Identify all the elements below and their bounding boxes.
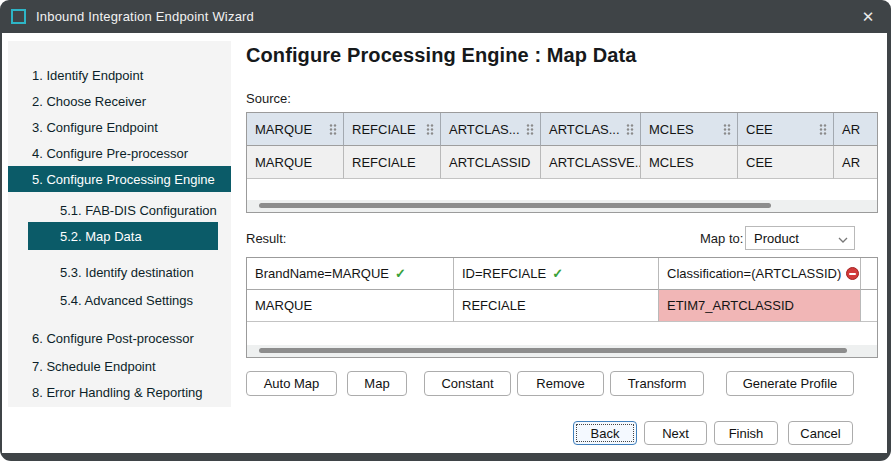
cell-value: MARQUE	[255, 298, 312, 313]
column-label: MARQUE	[255, 122, 325, 137]
sidebar-item-fab-dis-configuration[interactable]: 5.1. FAB-DIS Configuration	[8, 197, 231, 223]
wizard-window: Inbound Integration Endpoint Wizard ✕ 1.…	[0, 0, 891, 461]
cell-value: ARTCLASSVE...	[549, 155, 641, 170]
map-to-select[interactable]: Product	[745, 226, 855, 250]
column-label: ARTCLAS...	[449, 122, 522, 137]
cell-value: MARQUE	[255, 155, 312, 170]
sidebar-item-schedule-endpoint[interactable]: 7. Schedule Endpoint	[8, 353, 231, 379]
source-column-header-clipped[interactable]: AR	[834, 113, 878, 146]
check-icon: ✓	[395, 266, 406, 281]
cell-value: AR	[842, 155, 860, 170]
map-button[interactable]: Map	[347, 371, 407, 396]
sidebar-item-label: 5. Configure Processing Engine	[32, 172, 215, 187]
result-column-header[interactable]: Classification=(ARTCLASSID)	[659, 258, 861, 290]
sidebar-item-configure-post-processor[interactable]: 6. Configure Post-processor	[8, 325, 231, 351]
sidebar-item-choose-receiver[interactable]: 2. Choose Receiver	[8, 88, 231, 114]
sidebar-item-error-handling-reporting[interactable]: 8. Error Handling & Reporting	[8, 379, 231, 405]
column-menu-icon[interactable]	[723, 123, 731, 136]
source-cell[interactable]: ARTCLASSID	[441, 146, 541, 179]
result-horizontal-scrollbar[interactable]	[247, 345, 877, 357]
cancel-button[interactable]: Cancel	[788, 421, 853, 445]
result-table: BrandName=MARQUE✓ ID=REFCIALE✓ Classific…	[246, 257, 878, 358]
sidebar-item-label: 8. Error Handling & Reporting	[32, 385, 203, 400]
result-column-header[interactable]: ID=REFCIALE✓	[454, 258, 659, 290]
scrollbar-thumb[interactable]	[259, 203, 771, 208]
window-title: Inbound Integration Endpoint Wizard	[36, 9, 254, 24]
back-button[interactable]: Back	[573, 421, 637, 445]
sidebar-item-label: 7. Schedule Endpoint	[32, 359, 156, 374]
source-column-header[interactable]: ARTCLAS...	[441, 113, 541, 146]
dialog-body: 1. Identify Endpoint 2. Choose Receiver …	[2, 33, 887, 453]
sidebar-item-label: 6. Configure Post-processor	[32, 331, 194, 346]
app-icon	[11, 9, 26, 24]
next-button[interactable]: Next	[644, 421, 707, 445]
result-cell[interactable]: REFCIALE	[454, 290, 659, 322]
result-cell[interactable]: MARQUE	[247, 290, 454, 322]
column-label: ARTCLAS...	[549, 122, 622, 137]
sidebar-item-advanced-settings[interactable]: 5.4. Advanced Settings	[8, 287, 231, 313]
sidebar-item-map-data[interactable]: 5.2. Map Data	[28, 222, 218, 250]
check-icon: ✓	[552, 266, 563, 281]
source-label: Source:	[246, 91, 291, 106]
sidebar-item-configure-pre-processor[interactable]: 4. Configure Pre-processor	[8, 140, 231, 166]
sidebar-item-configure-processing-engine[interactable]: 5. Configure Processing Engine	[8, 166, 231, 192]
cell-value: REFCIALE	[352, 155, 416, 170]
auto-map-button[interactable]: Auto Map	[246, 371, 337, 396]
map-to-label: Map to:	[700, 231, 743, 246]
sidebar-item-label: 5.3. Identify destination	[60, 265, 194, 280]
source-table-header: MARQUE REFCIALE ARTCLAS... ARTCLAS... MC…	[247, 113, 877, 146]
source-column-header[interactable]: REFCIALE	[344, 113, 441, 146]
finish-button[interactable]: Finish	[714, 421, 778, 445]
source-horizontal-scrollbar[interactable]	[247, 200, 877, 212]
mapping-label: BrandName=MARQUE	[255, 266, 389, 281]
wizard-steps-sidebar: 1. Identify Endpoint 2. Choose Receiver …	[8, 41, 231, 407]
cell-value: REFCIALE	[462, 298, 526, 313]
sidebar-item-label: 3. Configure Endpoint	[32, 120, 158, 135]
source-table-row[interactable]: MARQUE REFCIALE ARTCLASSID ARTCLASSVE...…	[247, 146, 877, 179]
sidebar-item-label: 5.4. Advanced Settings	[60, 293, 193, 308]
source-cell[interactable]: REFCIALE	[344, 146, 441, 179]
result-table-header: BrandName=MARQUE✓ ID=REFCIALE✓ Classific…	[247, 258, 877, 290]
column-menu-icon[interactable]	[526, 123, 534, 136]
sidebar-item-identify-destination[interactable]: 5.3. Identify destination	[8, 259, 231, 285]
source-cell[interactable]: CEE	[738, 146, 834, 179]
result-column-header-clipped[interactable]	[861, 258, 878, 290]
source-column-header[interactable]: MARQUE	[247, 113, 344, 146]
column-menu-icon[interactable]	[329, 123, 337, 136]
source-cell[interactable]: ARTCLASSVE...	[541, 146, 641, 179]
column-label: REFCIALE	[352, 122, 422, 137]
cell-value: ETIM7_ARTCLASSID	[667, 298, 794, 313]
sidebar-item-label: 2. Choose Receiver	[32, 94, 146, 109]
column-label: AR	[842, 122, 872, 137]
mapping-label: Classification=(ARTCLASSID)	[667, 266, 841, 281]
result-label: Result:	[246, 231, 286, 246]
sidebar-item-configure-endpoint[interactable]: 3. Configure Endpoint	[8, 114, 231, 140]
source-cell[interactable]: MCLES	[641, 146, 738, 179]
screen: Inbound Integration Endpoint Wizard ✕ 1.…	[0, 0, 891, 461]
source-table: MARQUE REFCIALE ARTCLAS... ARTCLAS... MC…	[246, 112, 878, 213]
source-column-header[interactable]: ARTCLAS...	[541, 113, 641, 146]
constant-button[interactable]: Constant	[424, 371, 511, 396]
result-table-row[interactable]: MARQUE REFCIALE ETIM7_ARTCLASSID	[247, 290, 877, 322]
column-menu-icon[interactable]	[819, 123, 827, 136]
sidebar-item-identify-endpoint[interactable]: 1. Identify Endpoint	[8, 62, 231, 88]
remove-button[interactable]: Remove	[517, 371, 604, 396]
titlebar: Inbound Integration Endpoint Wizard ✕	[0, 0, 891, 33]
column-menu-icon[interactable]	[426, 123, 434, 136]
source-column-header[interactable]: MCLES	[641, 113, 738, 146]
transform-button[interactable]: Transform	[610, 371, 704, 396]
sidebar-item-label: 4. Configure Pre-processor	[32, 146, 188, 161]
chevron-down-icon	[838, 231, 848, 246]
result-column-header[interactable]: BrandName=MARQUE✓	[247, 258, 454, 290]
generate-profile-button[interactable]: Generate Profile	[726, 371, 854, 396]
result-cell-clipped[interactable]	[861, 290, 878, 322]
scrollbar-thumb[interactable]	[259, 348, 847, 353]
source-cell-clipped[interactable]: AR	[834, 146, 878, 179]
result-cell-error[interactable]: ETIM7_ARTCLASSID	[659, 290, 861, 322]
column-menu-icon[interactable]	[626, 123, 634, 136]
sidebar-item-label: 5.2. Map Data	[60, 229, 142, 244]
close-icon[interactable]: ✕	[845, 0, 891, 33]
source-column-header[interactable]: CEE	[738, 113, 834, 146]
cell-value: CEE	[746, 155, 773, 170]
source-cell[interactable]: MARQUE	[247, 146, 344, 179]
